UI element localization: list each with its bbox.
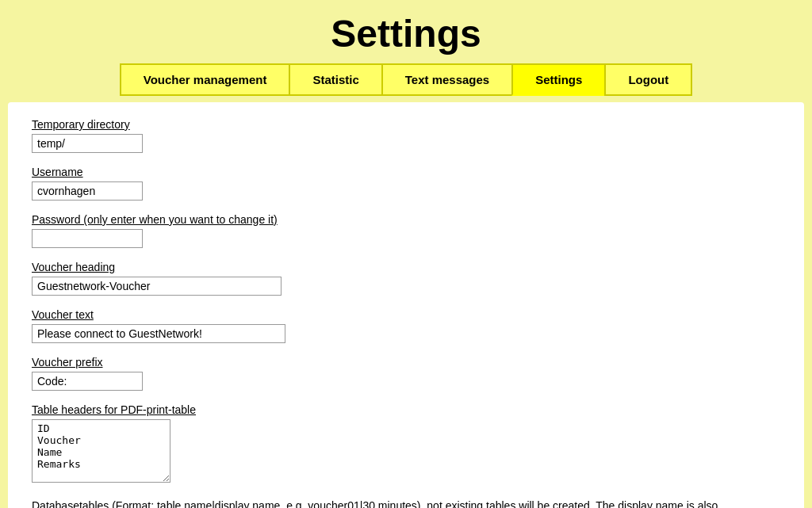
- nav-text-messages[interactable]: Text messages: [381, 63, 511, 96]
- nav-logout[interactable]: Logout: [604, 63, 692, 96]
- page-header: Settings: [0, 0, 812, 63]
- voucher-prefix-group: Voucher prefix: [32, 356, 780, 391]
- nav-voucher-management[interactable]: Voucher management: [120, 63, 289, 96]
- temp-dir-group: Temporary directory: [32, 118, 780, 153]
- table-headers-group: Table headers for PDF-print-table ID Vou…: [32, 403, 780, 486]
- password-label: Password (only enter when you want to ch…: [32, 213, 780, 226]
- voucher-text-label: Voucher text: [32, 308, 780, 321]
- nav-settings[interactable]: Settings: [511, 63, 604, 96]
- voucher-text-group: Voucher text: [32, 308, 780, 343]
- voucher-prefix-label: Voucher prefix: [32, 356, 780, 369]
- password-input[interactable]: [32, 229, 143, 248]
- nav-statistic[interactable]: Statistic: [289, 63, 381, 96]
- temp-dir-label: Temporary directory: [32, 118, 780, 131]
- table-headers-textarea[interactable]: ID Voucher Name Remarks: [32, 419, 170, 483]
- voucher-prefix-input[interactable]: [32, 372, 143, 391]
- settings-content: Temporary directory Username Password (o…: [8, 102, 804, 508]
- db-tables-group: Databasetables (Format: table name|displ…: [32, 498, 780, 508]
- username-label: Username: [32, 166, 780, 178]
- page-title: Settings: [0, 12, 812, 55]
- voucher-heading-label: Voucher heading: [32, 261, 780, 273]
- voucher-text-input[interactable]: [32, 324, 285, 343]
- username-group: Username: [32, 166, 780, 201]
- table-headers-label: Table headers for PDF-print-table: [32, 403, 780, 416]
- main-nav: Voucher management Statistic Text messag…: [0, 63, 812, 102]
- password-group: Password (only enter when you want to ch…: [32, 213, 780, 248]
- temp-dir-input[interactable]: [32, 134, 143, 153]
- username-input[interactable]: [32, 181, 143, 201]
- voucher-heading-group: Voucher heading: [32, 261, 780, 296]
- db-tables-description: Databasetables (Format: table name|displ…: [32, 498, 730, 508]
- voucher-heading-input[interactable]: [32, 277, 282, 296]
